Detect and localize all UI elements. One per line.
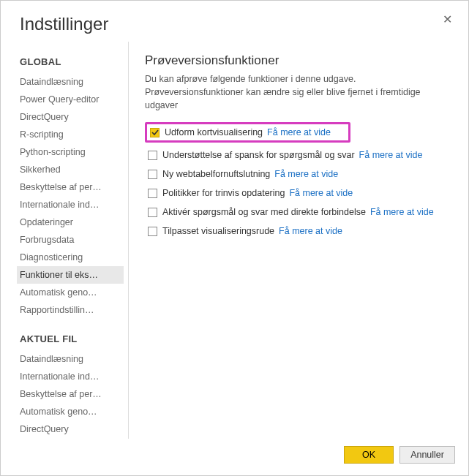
learn-more-link[interactable]: Få mere at vide (289, 188, 353, 198)
sidebar-item[interactable]: Beskyttelse af per… (17, 385, 124, 403)
close-icon[interactable]: ✕ (440, 14, 455, 26)
learn-more-link[interactable]: Få mere at vide (274, 169, 338, 179)
feature-row: Tilpasset visualiseringsrude Få mere at … (145, 224, 455, 238)
sidebar-item[interactable]: R-scripting (17, 126, 124, 143)
sidebar-item[interactable]: Automatisk geno… (17, 403, 124, 420)
sidebar-item[interactable]: Internationale ind… (17, 368, 124, 385)
feature-row: Understøttelse af spansk for spørgsmål o… (145, 148, 455, 162)
sidebar-item-preview-features[interactable]: Funktioner til eks… (17, 266, 124, 284)
checkbox[interactable] (148, 227, 157, 236)
main-panel: Prøveversionsfunktioner Du kan afprøve f… (129, 42, 468, 439)
dialog-body: GLOBAL Dataindlæsning Power Query-editor… (1, 42, 468, 439)
sidebar-item[interactable]: Forbrugsdata (17, 231, 124, 249)
sidebar-item[interactable]: Opdateringer (17, 214, 124, 231)
feature-list: Udform kortvisualisering Få mere at vide… (145, 122, 455, 238)
sidebar-item[interactable]: DirectQuery (17, 420, 124, 438)
dialog-header: Indstillinger ✕ (1, 1, 468, 42)
sidebar-item[interactable]: Diagnosticering (17, 249, 124, 266)
learn-more-link[interactable]: Få mere at vide (370, 207, 434, 217)
feature-row-shape-map: Udform kortvisualisering Få mere at vide (145, 122, 350, 143)
dialog-title: Indstillinger (20, 14, 108, 34)
main-description: Du kan afprøve følgende funktioner i den… (145, 72, 455, 112)
feature-row: Politikker for trinvis opdatering Få mer… (145, 186, 455, 200)
sidebar-item[interactable]: DirectQuery (17, 108, 124, 126)
feature-label: Understøttelse af spansk for spørgsmål o… (162, 150, 355, 160)
sidebar-item[interactable]: Beskyttelse af per… (17, 178, 124, 196)
sidebar: GLOBAL Dataindlæsning Power Query-editor… (20, 42, 124, 439)
feature-row: Ny webtabelfornuftslutning Få mere at vi… (145, 167, 455, 181)
sidebar-item[interactable]: Rapportindstillin… (17, 301, 124, 319)
sidebar-section-header-current-file: AKTUEL FIL (20, 333, 124, 344)
sidebar-section-header-global: GLOBAL (20, 56, 124, 67)
dialog-footer: OK Annuller (1, 439, 468, 475)
learn-more-link[interactable]: Få mere at vide (279, 226, 342, 236)
check-icon (151, 129, 159, 136)
learn-more-link[interactable]: Få mere at vide (359, 150, 423, 160)
sidebar-item[interactable]: Sikkerhed (17, 161, 124, 178)
feature-label: Aktivér spørgsmål og svar med direkte fo… (162, 207, 366, 217)
checkbox[interactable] (148, 208, 157, 217)
main-heading: Prøveversionsfunktioner (145, 53, 455, 68)
ok-button[interactable]: OK (344, 446, 394, 464)
sidebar-item[interactable]: Dataindlæsning (17, 350, 124, 368)
sidebar-list-current-file: Dataindlæsning Internationale ind… Besky… (20, 350, 124, 439)
sidebar-list-global: Dataindlæsning Power Query-editor Direct… (20, 73, 124, 319)
checkbox[interactable] (148, 170, 157, 179)
checkbox-shape-map[interactable] (150, 128, 160, 137)
feature-label: Tilpasset visualiseringsrude (162, 226, 274, 236)
feature-row: Aktivér spørgsmål og svar med direkte fo… (145, 205, 455, 219)
cancel-button[interactable]: Annuller (399, 446, 455, 464)
sidebar-item[interactable]: Power Query-editor (17, 91, 124, 108)
sidebar-item[interactable]: Python-scripting (17, 143, 124, 161)
sidebar-item[interactable]: Internationale ind… (17, 196, 124, 214)
sidebar-item[interactable]: Automatisk geno… (17, 284, 124, 301)
settings-dialog: Indstillinger ✕ GLOBAL Dataindlæsning Po… (0, 0, 469, 476)
feature-label: Ny webtabelfornuftslutning (162, 169, 270, 179)
sidebar-item[interactable]: Dataindlæsning (17, 73, 124, 91)
feature-label: Politikker for trinvis opdatering (162, 188, 285, 198)
checkbox[interactable] (148, 151, 157, 160)
learn-more-link[interactable]: Få mere at vide (267, 127, 331, 137)
feature-label: Udform kortvisualisering (165, 127, 263, 137)
checkbox[interactable] (148, 189, 157, 198)
